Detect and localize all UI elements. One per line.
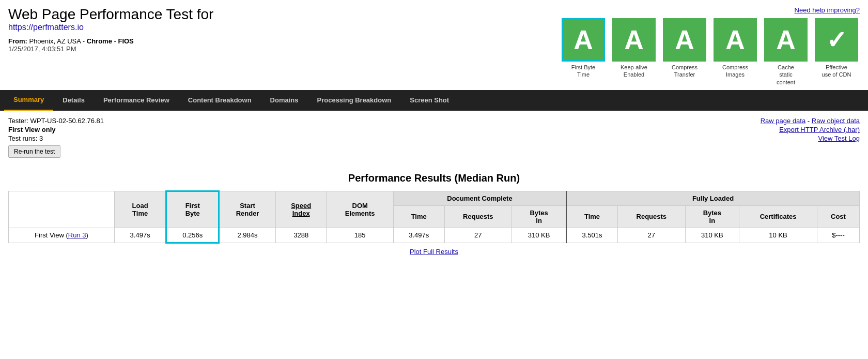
info-row: Tester: WPT-US-02-50.62.76.81 First View… <box>8 117 860 158</box>
raw-object-data-link[interactable]: Raw object data <box>812 117 860 125</box>
grade-box-first-byte: A <box>562 18 605 62</box>
site-url[interactable]: https://perfmatters.io <box>8 23 84 32</box>
raw-page-data-link[interactable]: Raw page data <box>761 117 805 125</box>
grade-boxes: A First ByteTime A Keep-aliveEnabled A C… <box>560 18 860 86</box>
test-runs: Test runs: 3 <box>8 134 104 142</box>
browser: Chrome <box>87 37 112 45</box>
nav-item-processing-breakdown[interactable]: Processing Breakdown <box>308 90 401 111</box>
from-info: From: Phoenix, AZ USA - Chrome - FIOS <box>8 37 213 45</box>
cell-load-time: 3.497s <box>115 228 166 243</box>
connection: FIOS <box>118 37 133 45</box>
th-fl-time: Time <box>566 205 617 228</box>
grades-container: Need help improving? A First ByteTime A … <box>560 6 860 86</box>
th-empty <box>9 191 115 228</box>
th-fl-requests: Requests <box>617 205 685 228</box>
rerun-button[interactable]: Re-run the test <box>8 145 60 158</box>
cell-first-byte: 0.256s <box>166 228 219 243</box>
cell-fl-time: 3.501s <box>566 228 617 243</box>
cell-doc-time: 3.497s <box>393 228 444 243</box>
grade-label-cdn: Effectiveuse of CDN <box>822 64 851 79</box>
header-section: Web Page Performance Test for https://pe… <box>0 0 868 90</box>
grade-label-first-byte: First ByteTime <box>571 64 595 79</box>
th-fully-loaded: Fully Loaded <box>566 191 859 205</box>
run-link[interactable]: Run 3 <box>68 231 86 239</box>
table-row: First View (Run 3) 3.497s 0.256s 2.984s … <box>9 228 860 243</box>
content-section: Tester: WPT-US-02-50.62.76.81 First View… <box>0 111 868 164</box>
th-doc-complete: Document Complete <box>393 191 566 205</box>
th-fl-cost: Cost <box>817 205 859 228</box>
th-fl-certificates: Certificates <box>739 205 817 228</box>
nav-bar: Summary Details Performance Review Conte… <box>0 90 868 111</box>
grade-item-cdn[interactable]: ✓ Effectiveuse of CDN <box>813 18 860 79</box>
view-test-log-link-container: View Test Log <box>761 134 860 142</box>
grade-label-compress-images: CompressImages <box>722 64 748 79</box>
tester-info: Tester: WPT-US-02-50.62.76.81 <box>8 117 104 125</box>
nav-item-domains[interactable]: Domains <box>261 90 308 111</box>
grade-item-compress-transfer[interactable]: A CompressTransfer <box>661 18 708 79</box>
nav-item-content-breakdown[interactable]: Content Breakdown <box>179 90 261 111</box>
date-info: 1/25/2017, 4:03:51 PM <box>8 45 213 53</box>
th-first-byte: FirstByte <box>166 191 219 228</box>
cell-speed-index: 3288 <box>275 228 327 243</box>
info-right: Raw page data - Raw object data Export H… <box>761 117 860 143</box>
nav-item-details[interactable]: Details <box>53 90 94 111</box>
grade-box-cdn: ✓ <box>815 18 858 62</box>
results-title: Performance Results (Median Run) <box>0 172 868 184</box>
grade-box-compress-images: A <box>714 18 757 62</box>
grade-label-keep-alive: Keep-aliveEnabled <box>621 64 647 79</box>
cell-fl-certificates: 10 KB <box>739 228 817 243</box>
cell-fl-requests: 27 <box>617 228 685 243</box>
from-label: From: <box>8 37 27 45</box>
need-help-link[interactable]: Need help improving? <box>795 6 860 14</box>
th-doc-requests: Requests <box>444 205 512 228</box>
cell-doc-requests: 27 <box>444 228 512 243</box>
nav-item-performance-review[interactable]: Performance Review <box>94 90 179 111</box>
th-doc-bytes-in: BytesIn <box>512 205 566 228</box>
grade-item-cache-static[interactable]: A Cachestaticcontent <box>763 18 809 86</box>
th-doc-time: Time <box>393 205 444 228</box>
grade-box-cache-static: A <box>764 18 808 62</box>
cell-doc-bytes-in: 310 KB <box>512 228 566 243</box>
th-fl-bytes-in: BytesIn <box>685 205 739 228</box>
th-dom-elements: DOMElements <box>327 191 393 228</box>
plot-full-results-link[interactable]: Plot Full Results <box>410 248 458 256</box>
cell-fl-cost: $---- <box>817 228 859 243</box>
grade-item-keep-alive[interactable]: A Keep-aliveEnabled <box>611 18 657 79</box>
first-view-label: First View only <box>8 126 104 133</box>
export-har-link-container: Export HTTP Archive (.har) <box>761 126 860 133</box>
th-start-render: StartRender <box>219 191 276 228</box>
grade-item-first-byte[interactable]: A First ByteTime <box>560 18 607 79</box>
results-table: LoadTime FirstByte StartRender SpeedInde… <box>8 190 860 244</box>
cell-start-render: 2.984s <box>219 228 276 243</box>
grade-box-compress-transfer: A <box>663 18 706 62</box>
plot-link-container: Plot Full Results <box>0 248 868 264</box>
cell-fl-bytes-in: 310 KB <box>685 228 739 243</box>
view-test-log-link[interactable]: View Test Log <box>818 134 860 142</box>
nav-item-summary[interactable]: Summary <box>4 90 53 111</box>
th-speed-index: SpeedIndex <box>275 191 327 228</box>
from-value: Phoenix, AZ USA <box>29 37 81 45</box>
th-load-time: LoadTime <box>115 191 166 228</box>
page-title: Web Page Performance Test for <box>8 6 213 23</box>
grade-label-cache-static: Cachestaticcontent <box>777 64 795 86</box>
row-label: First View (Run 3) <box>9 228 115 243</box>
export-har-link[interactable]: Export HTTP Archive (.har) <box>779 126 860 133</box>
grade-label-compress-transfer: CompressTransfer <box>672 64 698 79</box>
grade-box-keep-alive: A <box>612 18 656 62</box>
header-left: Web Page Performance Test for https://pe… <box>8 6 213 53</box>
nav-item-screen-shot[interactable]: Screen Shot <box>400 90 458 111</box>
info-left: Tester: WPT-US-02-50.62.76.81 First View… <box>8 117 104 158</box>
cell-dom-elements: 185 <box>327 228 393 243</box>
grade-item-compress-images[interactable]: A CompressImages <box>712 18 758 79</box>
raw-data-links: Raw page data - Raw object data <box>761 117 860 125</box>
results-table-container: LoadTime FirstByte StartRender SpeedInde… <box>0 190 868 244</box>
